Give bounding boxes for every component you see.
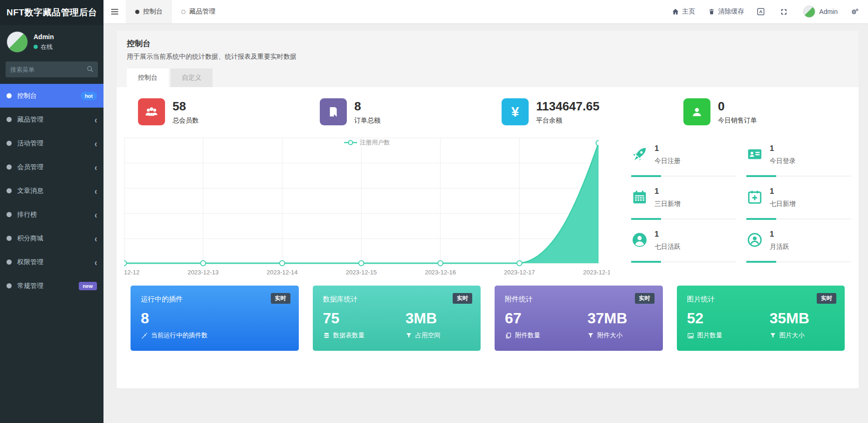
translate-button[interactable]: A [751, 0, 774, 23]
stat-total-members: 58 总会员数 [124, 98, 306, 125]
search-icon[interactable] [86, 65, 94, 73]
menu-dot-icon [7, 212, 12, 217]
legend-marker-icon [344, 140, 357, 145]
new-badge: new [79, 282, 97, 290]
menu-dot-icon [7, 141, 12, 146]
rocket-icon [631, 146, 648, 163]
hot-badge: hot [81, 92, 97, 100]
tab-dashboard[interactable]: 控制台 [127, 68, 169, 87]
mini-stat-label: 七日新增 [770, 200, 796, 208]
topbar-tab-collections[interactable]: 藏品管理 [172, 0, 225, 23]
menu-label: 控制台 [17, 92, 37, 100]
hamburger-menu-icon[interactable] [103, 0, 126, 23]
stat-today-sales: 0 今日销售订单 [669, 98, 851, 125]
svg-text:A: A [759, 9, 763, 14]
menu-dot-icon [7, 188, 12, 193]
topbar-tab-label: 藏品管理 [189, 7, 215, 16]
sidebar-item-articles[interactable]: 文章消息 ‹ [0, 179, 103, 203]
mini-stat-value: 1 [770, 230, 789, 239]
home-button[interactable]: 主页 [665, 0, 702, 23]
dashboard-panel: 控制台 用于展示当前系统中的统计数据、统计报表及重要实时数据 控制台 自定义 5… [117, 31, 859, 389]
x-tick: 2023-12-17 [504, 269, 535, 276]
chart-x-axis: 2023-12-12 2023-12-13 2023-12-14 2023-12… [124, 269, 599, 278]
menu-dot-icon [7, 164, 12, 170]
user-panel: Admin 在线 [0, 25, 103, 60]
fullscreen-button[interactable] [774, 0, 797, 23]
panel-tabs: 控制台 自定义 [127, 68, 848, 87]
stat-label: 订单总额 [354, 116, 380, 125]
mini-stat-value: 1 [654, 230, 681, 239]
panel-header: 控制台 用于展示当前系统中的统计数据、统计报表及重要实时数据 控制台 自定义 [117, 31, 859, 87]
open-dot-icon [181, 10, 186, 14]
stat-value: 58 [172, 99, 199, 114]
filled-dot-icon [135, 10, 139, 14]
mini-stat-7day-new: 1 七日新增 [746, 183, 851, 226]
sidebar: NFT数字藏品管理后台 Admin 在线 控制台 hot 藏品管理 ‹ 活动管理 [0, 0, 103, 423]
menu-label: 权限管理 [17, 258, 43, 266]
sidebar-item-members[interactable]: 会员管理 ‹ [0, 155, 103, 179]
mini-stat-value: 1 [654, 144, 681, 153]
mini-stat-label: 今日注册 [654, 157, 681, 165]
sidebar-item-general[interactable]: 常规管理 new [0, 274, 103, 298]
tab-custom[interactable]: 自定义 [171, 68, 213, 87]
topbar-tab-dashboard[interactable]: 控制台 [126, 0, 172, 23]
online-dot-icon [34, 45, 38, 49]
x-tick: 2023-12-16 [425, 269, 456, 276]
dashboard-row: 注册用户数 [124, 137, 851, 278]
wand-icon [141, 332, 148, 339]
sidebar-item-permissions[interactable]: 权限管理 ‹ [0, 250, 103, 274]
menu-label: 常规管理 [17, 282, 43, 290]
card-title: 附件统计 [505, 295, 653, 304]
menu-dot-icon [7, 93, 12, 98]
card-title: 运行中的插件 [141, 295, 289, 304]
calendar-icon [631, 189, 648, 205]
sidebar-item-activities[interactable]: 活动管理 ‹ [0, 131, 103, 155]
sidebar-item-ranking[interactable]: 排行榜 ‹ [0, 203, 103, 226]
chart-legend[interactable]: 注册用户数 [124, 138, 610, 147]
sidebar-item-dashboard[interactable]: 控制台 hot [0, 84, 103, 108]
avatar [803, 6, 815, 18]
card-size: 35MB [770, 310, 834, 327]
card-size-label: 附件大小 [597, 331, 622, 340]
gears-icon [850, 7, 859, 16]
menu-label: 会员管理 [17, 163, 43, 171]
user-solid-icon [631, 232, 648, 248]
home-icon [672, 8, 679, 15]
stat-label: 今日销售订单 [718, 116, 757, 125]
menu-label: 排行榜 [17, 211, 37, 219]
user-status: 在线 [34, 43, 54, 51]
user-icon [683, 98, 710, 125]
mini-stats-grid: 1 今日注册 1 今日登录 [631, 137, 851, 278]
clear-cache-button[interactable]: 清除缓存 [702, 0, 751, 23]
expand-icon [780, 8, 788, 16]
sidebar-item-collections[interactable]: 藏品管理 ‹ [0, 108, 103, 131]
card-value-label: 数据表数量 [333, 331, 365, 340]
content-area: 控制台 用于展示当前系统中的统计数据、统计报表及重要实时数据 控制台 自定义 5… [103, 23, 868, 423]
menu-label: 文章消息 [17, 187, 43, 195]
mini-stat-month-active: 1 月活跃 [746, 226, 851, 269]
menu-dot-icon [7, 283, 12, 288]
menu-label: 积分商城 [17, 234, 43, 243]
settings-button[interactable] [844, 0, 868, 23]
home-label: 主页 [682, 7, 695, 16]
card-title: 数据库统计 [323, 295, 471, 304]
stat-platform-balance: ¥ 1134647.65 平台余额 [488, 98, 669, 125]
avatar [7, 31, 28, 53]
search-input[interactable] [6, 61, 98, 77]
menu-dot-icon [7, 117, 12, 122]
topbar-user[interactable]: Admin [797, 0, 844, 23]
mini-stat-value: 1 [770, 144, 796, 153]
chevron-left-icon: ‹ [95, 114, 97, 125]
users-icon [138, 98, 165, 125]
funnel-icon [770, 332, 776, 339]
database-icon [323, 332, 330, 339]
card-size-label: 占用空间 [415, 331, 441, 340]
topbar-right: 主页 清除缓存 A Admin [665, 0, 868, 23]
mini-stat-today-register: 1 今日注册 [631, 140, 736, 183]
translate-icon: A [757, 7, 765, 16]
card-value-label: 图片数量 [697, 331, 723, 340]
card-database-stats: 数据库统计 实时 75 3MB 数据表数量 [313, 286, 481, 351]
sidebar-item-points-mall[interactable]: 积分商城 ‹ [0, 226, 103, 250]
trash-icon [708, 8, 715, 15]
x-tick: 2023-12-15 [346, 269, 377, 276]
